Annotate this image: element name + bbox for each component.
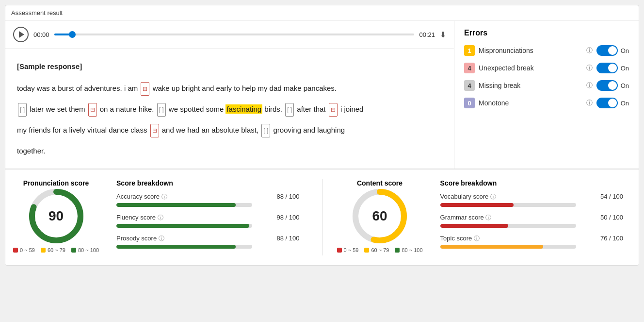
- fluency-score-value: 98 / 100: [277, 214, 300, 222]
- pronunciation-breakdown-panel: Score breakdown Accuracy score ⓘ 88 / 10…: [109, 179, 307, 255]
- fluency-score-label: Fluency score ⓘ: [116, 214, 163, 222]
- pronunciation-donut: 90: [27, 187, 85, 245]
- prosody-score-label: Prosody score ⓘ: [116, 235, 164, 243]
- content-legend: 0 ~ 59 60 ~ 79 80 ~ 100: [337, 247, 423, 253]
- audio-text-panel: 00:00 00:21 ⬇ [Sample response] today wa…: [5, 21, 454, 169]
- legend-item-red: 0 ~ 59: [13, 247, 35, 253]
- pronunciation-legend: 0 ~ 59 60 ~ 79 80 ~ 100: [13, 247, 99, 253]
- audio-player: 00:00 00:21 ⬇: [5, 21, 454, 49]
- unexpected-break-label: Unexpected break: [479, 64, 582, 72]
- content-score-title: Content score: [357, 179, 402, 187]
- missing-break-label: Missing break: [479, 82, 582, 89]
- unexpected-break-info-icon[interactable]: ⓘ: [586, 64, 593, 72]
- play-icon: [19, 31, 24, 38]
- legend-label-yellow: 60 ~ 79: [48, 247, 65, 253]
- grammar-score-bar-fill: [440, 224, 508, 228]
- fluency-score-bar-track: [116, 224, 252, 228]
- play-button[interactable]: [13, 27, 29, 42]
- prosody-score-header: Prosody score ⓘ 88 / 100: [116, 235, 299, 243]
- legend-dot-red: [13, 248, 18, 253]
- page-title: Assessment result: [5, 5, 639, 21]
- unexpected-break-toggle[interactable]: On: [596, 63, 629, 73]
- error-row-missing-break: 4 Missing break ⓘ On: [464, 80, 629, 91]
- pronunciation-breakdown-title: Score breakdown: [116, 179, 299, 187]
- error-row-mispronunciations: 1 Mispronunciations ⓘ On: [464, 45, 629, 56]
- mispronunciations-badge: 1: [464, 45, 475, 56]
- missing-break-toggle-label: On: [621, 82, 629, 89]
- top-section: 00:00 00:21 ⬇ [Sample response] today wa…: [5, 21, 639, 169]
- text-content: [Sample response] today was a burst of a…: [5, 49, 454, 169]
- monotone-badge: 0: [464, 98, 475, 108]
- unexpected-break-marker-3: ⊟: [329, 103, 338, 117]
- prosody-score-value: 88 / 100: [277, 235, 300, 243]
- missing-break-info-icon[interactable]: ⓘ: [586, 81, 593, 90]
- assessment-container: Assessment result 00:00 00:21 ⬇: [5, 5, 639, 266]
- topic-score-label: Topic score ⓘ: [440, 235, 480, 243]
- vocabulary-score-bar-fill: [440, 203, 514, 207]
- prosody-score-row: Prosody score ⓘ 88 / 100: [116, 235, 299, 249]
- content-donut: 60: [351, 187, 409, 245]
- unexpected-break-marker-2: ⊟: [88, 103, 97, 117]
- error-row-monotone: 0 Monotone ⓘ On: [464, 98, 629, 108]
- vocabulary-score-row: Vocabulary score ⓘ 54 / 100: [440, 193, 623, 207]
- progress-thumb: [69, 31, 76, 38]
- highlighted-word: fascinating: [225, 104, 262, 114]
- content-legend-label-green: 80 ~ 100: [402, 247, 422, 253]
- unexpected-break-marker-1: ⊟: [141, 82, 149, 96]
- accuracy-score-value: 88 / 100: [277, 193, 300, 201]
- mispronunciations-label: Mispronunciations: [479, 47, 582, 54]
- mispronunciations-info-icon[interactable]: ⓘ: [586, 46, 593, 55]
- content-breakdown-title: Score breakdown: [440, 179, 623, 187]
- sample-label: [Sample response]: [17, 58, 442, 74]
- pronunciation-score-title: Pronunciation score: [23, 179, 89, 187]
- grammar-score-header: Grammar score ⓘ 50 / 100: [440, 214, 623, 222]
- legend-label-green: 80 ~ 100: [78, 247, 99, 253]
- unexpected-break-marker-4: ⊟: [150, 124, 159, 137]
- mispronunciations-toggle-label: On: [621, 47, 629, 54]
- vocabulary-score-value: 54 / 100: [600, 193, 623, 201]
- missing-break-badge: 4: [464, 80, 475, 91]
- grammar-score-value: 50 / 100: [600, 214, 623, 222]
- missing-break-marker-3: [ ]: [285, 103, 294, 117]
- pronunciation-section: Pronunciation score 90 0 ~ 59 60: [13, 179, 307, 255]
- vocabulary-score-label: Vocabulary score ⓘ: [440, 193, 496, 201]
- content-legend-item-green: 80 ~ 100: [395, 247, 422, 253]
- content-score-block: Content score 60 0 ~ 59 60 ~ 79: [337, 179, 423, 253]
- unexpected-break-badge: 4: [464, 63, 475, 73]
- content-legend-dot-red: [337, 248, 342, 253]
- grammar-score-row: Grammar score ⓘ 50 / 100: [440, 214, 623, 228]
- content-legend-label-red: 0 ~ 59: [344, 247, 359, 253]
- progress-track[interactable]: [54, 34, 415, 35]
- errors-panel: Errors 1 Mispronunciations ⓘ On 4 Unexpe…: [454, 21, 639, 169]
- accuracy-score-bar-track: [116, 203, 252, 207]
- grammar-score-bar-track: [440, 224, 576, 228]
- prosody-score-bar-track: [116, 245, 252, 249]
- monotone-toggle[interactable]: On: [596, 98, 629, 108]
- content-legend-label-yellow: 60 ~ 79: [371, 247, 389, 253]
- section-divider: [322, 179, 322, 255]
- fluency-score-header: Fluency score ⓘ 98 / 100: [116, 214, 299, 222]
- vocabulary-score-header: Vocabulary score ⓘ 54 / 100: [440, 193, 623, 201]
- legend-dot-yellow: [41, 248, 46, 253]
- accuracy-score-row: Accuracy score ⓘ 88 / 100: [116, 193, 299, 207]
- monotone-label: Monotone: [479, 99, 582, 107]
- legend-item-yellow: 60 ~ 79: [41, 247, 65, 253]
- monotone-toggle-label: On: [621, 100, 629, 107]
- pronunciation-score-block: Pronunciation score 90 0 ~ 59 60: [13, 179, 99, 253]
- legend-dot-green: [71, 248, 76, 253]
- missing-break-marker-1: [ ]: [18, 103, 27, 117]
- prosody-score-bar-fill: [116, 245, 236, 249]
- missing-break-toggle[interactable]: On: [596, 80, 629, 91]
- errors-title: Errors: [464, 29, 629, 37]
- mispronunciations-toggle[interactable]: On: [596, 45, 629, 56]
- bottom-section: Pronunciation score 90 0 ~ 59 60: [5, 169, 639, 265]
- monotone-info-icon[interactable]: ⓘ: [586, 99, 593, 107]
- missing-break-marker-2: [ ]: [157, 103, 166, 117]
- topic-score-bar-fill: [440, 245, 544, 249]
- text-line-3: my friends for a lively virtual dance cl…: [17, 122, 442, 138]
- grammar-score-label: Grammar score ⓘ: [440, 214, 492, 222]
- text-line-1: today was a burst of adventures. i am ⊟ …: [17, 80, 442, 96]
- content-legend-item-red: 0 ~ 59: [337, 247, 359, 253]
- content-legend-item-yellow: 60 ~ 79: [364, 247, 389, 253]
- download-icon[interactable]: ⬇: [440, 30, 446, 39]
